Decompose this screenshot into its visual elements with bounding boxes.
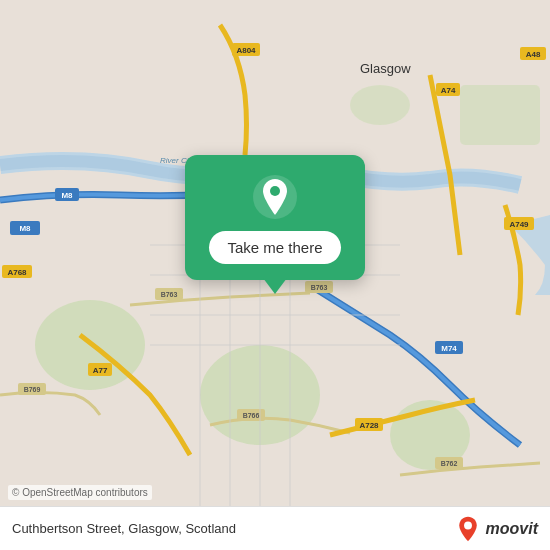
svg-text:Glasgow: Glasgow xyxy=(360,61,411,76)
take-me-there-button[interactable]: Take me there xyxy=(209,231,340,264)
svg-text:M74: M74 xyxy=(441,344,457,353)
copyright-label: © OpenStreetMap contributors xyxy=(12,487,148,498)
location-pin-icon xyxy=(251,173,299,221)
svg-text:A77: A77 xyxy=(93,366,108,375)
svg-text:M8: M8 xyxy=(19,224,31,233)
svg-text:B766: B766 xyxy=(243,412,260,419)
svg-point-41 xyxy=(270,186,280,196)
svg-text:B769: B769 xyxy=(24,386,41,393)
popup-card: Take me there xyxy=(185,155,365,280)
svg-text:M8: M8 xyxy=(61,191,73,200)
svg-point-5 xyxy=(350,85,410,125)
copyright-text: © OpenStreetMap contributors xyxy=(8,485,152,500)
moovit-icon xyxy=(454,515,482,543)
bottom-bar: Cuthbertson Street, Glasgow, Scotland mo… xyxy=(0,506,550,550)
moovit-logo: moovit xyxy=(454,515,538,543)
svg-point-42 xyxy=(464,521,472,529)
svg-text:A749: A749 xyxy=(509,220,529,229)
svg-text:A48: A48 xyxy=(526,50,541,59)
svg-rect-4 xyxy=(460,85,540,145)
svg-text:B763: B763 xyxy=(311,284,328,291)
svg-text:B763: B763 xyxy=(161,291,178,298)
svg-text:A74: A74 xyxy=(441,86,456,95)
svg-text:A804: A804 xyxy=(236,46,256,55)
svg-text:B762: B762 xyxy=(441,460,458,467)
map-container: River Clyde M8 M8 M74 A804 A74 A749 B763 xyxy=(0,0,550,550)
svg-text:A768: A768 xyxy=(7,268,27,277)
location-text: Cuthbertson Street, Glasgow, Scotland xyxy=(12,521,236,536)
svg-text:A728: A728 xyxy=(359,421,379,430)
moovit-text: moovit xyxy=(486,520,538,538)
